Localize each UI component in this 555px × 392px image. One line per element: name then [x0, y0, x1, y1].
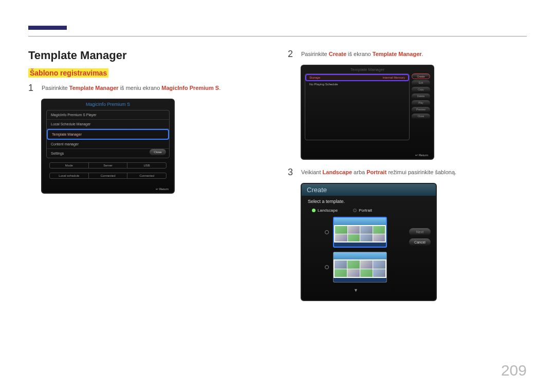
page-number: 209 [501, 362, 527, 379]
thumb-radio[interactable] [325, 230, 329, 234]
close-button[interactable]: Close [150, 149, 166, 155]
storage-panel: Storage Internal Memory No Playing Sched… [305, 73, 410, 140]
step-3-text: Veikiant Landscape arba Portrait režimui… [301, 167, 456, 176]
copy-button[interactable]: Copy [412, 87, 430, 92]
content-columns: Template Manager Šablono registravimas 1… [28, 49, 527, 301]
header-accent [28, 26, 67, 30]
landscape-radio[interactable]: Landscape [312, 208, 338, 213]
thumb-radio[interactable] [325, 265, 329, 269]
step-3: 3 Veikiant Landscape arba Portrait režim… [288, 167, 527, 178]
template-thumbnails: ▼ [307, 217, 405, 293]
preview-button[interactable]: Preview [412, 107, 430, 113]
schedule-text: No Playing Schedule [305, 81, 409, 87]
status-header: Mode Server USB [49, 162, 166, 169]
subtitle: Šablono registravimas [28, 68, 108, 78]
step-number: 2 [288, 49, 296, 60]
return-label: ↩ Return [156, 187, 169, 191]
header-divider [28, 36, 527, 36]
orientation-radios: Landscape Portrait [302, 207, 436, 214]
step-number: 1 [28, 83, 36, 94]
step-2: 2 Pasirinkite Create iš ekrano Template … [288, 49, 527, 60]
page-title: Template Manager [28, 49, 267, 62]
template-thumb-1[interactable] [333, 217, 387, 248]
screenshot-template-manager: Template Manager Storage Internal Memory… [301, 65, 434, 160]
shot2-title: Template Manager [302, 66, 433, 73]
cancel-button[interactable]: Cancel [409, 238, 431, 246]
scroll-down-icon[interactable]: ▼ [354, 288, 358, 293]
select-template-label: Select a template. [302, 196, 436, 207]
step-1-text: Pasirinkite Template Manager iš meniu ek… [42, 83, 220, 92]
right-column: 2 Pasirinkite Create iš ekrano Template … [288, 49, 527, 301]
left-column: Template Manager Šablono registravimas 1… [28, 49, 267, 301]
return-label: ↩ Return [415, 153, 428, 157]
menu-item[interactable]: Content manager [47, 140, 169, 149]
portrait-radio[interactable]: Portrait [353, 208, 372, 213]
play-button[interactable]: Play [412, 100, 430, 106]
menu-item[interactable]: MagicInfo Premium S Player [47, 110, 169, 120]
menu-item[interactable]: Local Schedule Manager [47, 120, 169, 129]
delete-button[interactable]: Delete [412, 94, 430, 99]
storage-header[interactable]: Storage Internal Memory [305, 74, 409, 81]
screenshot-menu: MagicInfo Premium S MagicInfo Premium S … [41, 99, 175, 194]
status-values: Local schedule Connected Connected [49, 173, 166, 179]
step-1: 1 Pasirinkite Template Manager iš meniu … [28, 83, 267, 94]
button-stack: Create Edit Copy Delete Play Preview Clo… [412, 73, 430, 140]
step-2-text: Pasirinkite Create iš ekrano Template Ma… [301, 49, 423, 58]
close-button[interactable]: Close [412, 114, 430, 119]
create-title: Create [302, 184, 436, 196]
edit-button[interactable]: Edit [412, 80, 430, 86]
screenshot-create: Create Select a template. Landscape Port… [301, 183, 437, 301]
create-side-buttons: Next Cancel [409, 228, 431, 293]
next-button[interactable]: Next [409, 228, 431, 236]
template-thumb-2[interactable] [333, 252, 387, 283]
menu-item-selected[interactable]: Template Manager [47, 129, 169, 140]
step-number: 3 [288, 167, 296, 178]
shot1-title: MagicInfo Premium S [42, 100, 174, 109]
create-button[interactable]: Create [412, 73, 430, 79]
